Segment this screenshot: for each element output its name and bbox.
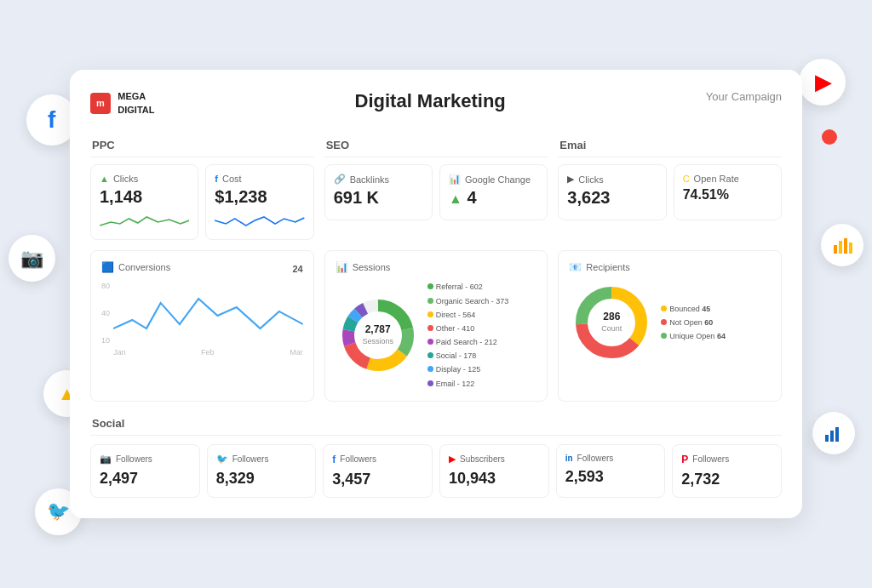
linkedin-card-header: in Followers (565, 454, 657, 463)
main-title: Digital Marketing (154, 90, 705, 112)
instagram-float-icon: 📷 (9, 235, 55, 282)
facebook-social-card: f Followers 3,457 (323, 444, 433, 498)
email-clicks-icon: ▶ (567, 174, 574, 185)
open-rate-icon: C (683, 174, 690, 184)
email-clicks-header: ▶ Clicks (567, 174, 657, 185)
linkedin-small-icon: in (565, 454, 573, 463)
svg-rect-0 (834, 245, 837, 254)
email-openrate-header: C Open Rate (683, 174, 772, 184)
ppc-cost-card: f Cost $1,238 (205, 164, 313, 240)
red-dot (822, 129, 837, 145)
ppc-clicks-value: 1,148 (100, 187, 189, 207)
email-openrate-card: C Open Rate 74.51% (674, 164, 782, 220)
conversions-header: 🟦 Conversions (101, 261, 170, 273)
ppc-cost-value: $1,238 (215, 187, 304, 207)
ppc-cost-sparkline (215, 210, 304, 231)
sessions-center: 2,787 Sessions (362, 323, 393, 346)
twitter-followers-value: 8,329 (216, 470, 307, 488)
seo-backlinks-card: 🔗 Backlinks 691 K (324, 164, 433, 220)
ppc-label: PPC (90, 134, 314, 157)
facebook-card-header: f Followers (332, 454, 423, 465)
svg-rect-1 (839, 241, 842, 254)
dashboard: m MEGA DIGITAL Digital Marketing Your Ca… (70, 70, 802, 518)
sessions-icon: 📊 (336, 261, 348, 273)
twitter-small-icon: 🐦 (216, 454, 228, 465)
youtube-subscribers-value: 10,943 (449, 470, 540, 488)
title-area: Digital Marketing (154, 90, 705, 112)
sessions-card: 📊 Sessions (324, 250, 548, 402)
email-openrate-value: 74.51% (683, 187, 772, 203)
instagram-followers-value: 2,497 (100, 470, 191, 488)
header: m MEGA DIGITAL Digital Marketing Your Ca… (90, 90, 782, 117)
instagram-small-icon: 📷 (100, 454, 112, 465)
recipients-header: 📧 Recipients (569, 261, 771, 273)
email-clicks-value: 3,623 (567, 188, 657, 208)
social-label: Social (90, 412, 782, 436)
seo-google-header: 📊 Google Change (449, 174, 538, 185)
svg-rect-6 (835, 427, 839, 442)
facebook-icon-small: f (215, 174, 218, 184)
ppc-cost-header: f Cost (215, 174, 304, 184)
clicks-icon: ▲ (100, 174, 109, 184)
conversions-icon: 🟦 (101, 261, 114, 273)
recipients-icon: 📧 (569, 261, 582, 273)
sessions-legend: Referral - 602 Organic Search - 373 Dire… (427, 280, 509, 391)
email-section: Emai ▶ Clicks 3,623 C Open Rate 74.51% (558, 134, 782, 240)
youtube-small-icon: ▶ (449, 454, 456, 465)
svg-rect-4 (825, 435, 829, 442)
seo-google-value: ▲ 4 (449, 188, 538, 208)
instagram-social-card: 📷 Followers 2,497 (90, 444, 200, 498)
svg-rect-5 (830, 431, 834, 442)
youtube-float-icon: ▶ (799, 59, 846, 106)
google-icon: 📊 (449, 174, 461, 185)
pinterest-small-icon: P (681, 454, 688, 465)
email-clicks-card: ▶ Clicks 3,623 (558, 164, 666, 220)
pinterest-card-header: P Followers (681, 454, 772, 465)
conversions-card: 🟦 Conversions 24 80 40 10 (90, 250, 314, 402)
pinterest-social-card: P Followers 2,732 (672, 444, 782, 498)
facebook-followers-value: 3,457 (332, 471, 423, 488)
linkedin-social-card: in Followers 2,593 (556, 444, 666, 498)
backlinks-icon: 🔗 (334, 174, 346, 185)
ppc-clicks-header: ▲ Clicks (100, 174, 189, 184)
recipients-legend: Bounced 45 Not Open 60 Unique Open 64 (661, 302, 726, 344)
linkedin-followers-value: 2,593 (565, 468, 657, 486)
svg-rect-3 (849, 243, 852, 254)
bar-chart-float-icon (812, 412, 855, 454)
seo-label: SEO (324, 134, 548, 157)
twitter-social-card: 🐦 Followers 8,329 (207, 444, 317, 498)
email-label: Emai (558, 134, 782, 157)
youtube-card-header: ▶ Subscribers (449, 454, 540, 465)
campaign-text: Your Campaign (706, 90, 782, 103)
twitter-card-header: 🐦 Followers (216, 454, 307, 465)
seo-section: SEO 🔗 Backlinks 691 K 📊 Google Change ▲ (324, 134, 548, 240)
ppc-section: PPC ▲ Clicks 1,148 f (90, 134, 314, 240)
logo-area: m MEGA DIGITAL (90, 90, 154, 117)
seo-backlinks-header: 🔗 Backlinks (334, 174, 423, 185)
social-cards: 📷 Followers 2,497 🐦 Followers 8,329 f Fo… (90, 444, 782, 498)
sessions-header: 📊 Sessions (336, 261, 537, 273)
chart-float-icon (821, 224, 863, 266)
seo-backlinks-value: 691 K (334, 188, 423, 208)
pinterest-followers-value: 2,732 (681, 471, 772, 488)
recipients-card: 📧 Recipients 286 Count (558, 250, 782, 402)
logo-text: MEGA DIGITAL (118, 90, 154, 117)
youtube-social-card: ▶ Subscribers 10,943 (439, 444, 549, 498)
instagram-card-header: 📷 Followers (100, 454, 191, 465)
logo-icon: m (90, 93, 111, 114)
conversions-value: 24 (292, 264, 302, 274)
svg-rect-2 (844, 238, 847, 254)
recipients-center: 286 Count (601, 311, 622, 334)
ppc-clicks-sparkline (100, 210, 189, 231)
seo-google-card: 📊 Google Change ▲ 4 (439, 164, 548, 220)
ppc-clicks-card: ▲ Clicks 1,148 (90, 164, 198, 240)
social-section: Social 📷 Followers 2,497 🐦 Followers 8,3… (90, 412, 782, 498)
facebook-small-icon: f (332, 454, 336, 465)
